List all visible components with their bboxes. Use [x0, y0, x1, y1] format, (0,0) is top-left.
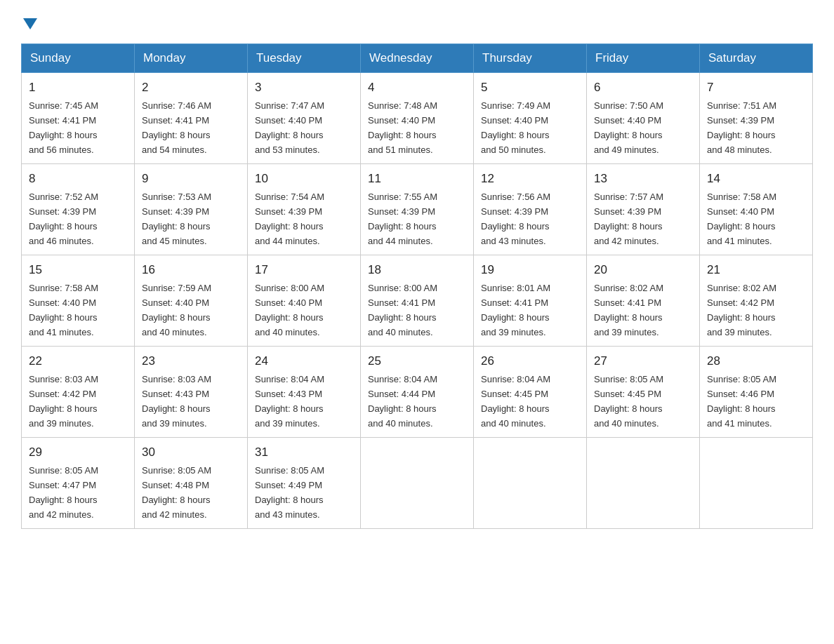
- weekday-header-row: SundayMondayTuesdayWednesdayThursdayFrid…: [22, 44, 813, 73]
- calendar-cell: 20 Sunrise: 8:02 AMSunset: 4:41 PMDaylig…: [587, 255, 700, 347]
- calendar-cell: 29 Sunrise: 8:05 AMSunset: 4:47 PMDaylig…: [22, 438, 135, 529]
- calendar-cell: 6 Sunrise: 7:50 AMSunset: 4:40 PMDayligh…: [587, 73, 700, 164]
- day-info: Sunrise: 7:58 AMSunset: 4:40 PMDaylight:…: [707, 192, 776, 246]
- calendar-cell: 18 Sunrise: 8:00 AMSunset: 4:41 PMDaylig…: [361, 255, 474, 347]
- day-number: 17: [255, 261, 353, 279]
- week-row-3: 15 Sunrise: 7:58 AMSunset: 4:40 PMDaylig…: [22, 255, 813, 347]
- day-info: Sunrise: 7:55 AMSunset: 4:39 PMDaylight:…: [368, 192, 437, 246]
- calendar-cell: 4 Sunrise: 7:48 AMSunset: 4:40 PMDayligh…: [361, 73, 474, 164]
- calendar-cell: 26 Sunrise: 8:04 AMSunset: 4:45 PMDaylig…: [474, 347, 587, 438]
- day-number: 18: [368, 261, 466, 279]
- week-row-5: 29 Sunrise: 8:05 AMSunset: 4:47 PMDaylig…: [22, 438, 813, 529]
- day-number: 27: [594, 352, 692, 370]
- day-number: 7: [707, 79, 805, 97]
- day-number: 21: [707, 261, 805, 279]
- weekday-header-wednesday: Wednesday: [361, 44, 474, 73]
- day-number: 26: [481, 352, 579, 370]
- day-number: 1: [29, 79, 127, 97]
- calendar-cell: 11 Sunrise: 7:55 AMSunset: 4:39 PMDaylig…: [361, 164, 474, 255]
- day-info: Sunrise: 8:03 AMSunset: 4:42 PMDaylight:…: [29, 374, 98, 429]
- day-number: 14: [707, 170, 805, 188]
- day-number: 15: [29, 261, 127, 279]
- logo: [21, 14, 37, 29]
- day-number: 29: [29, 443, 127, 462]
- calendar-body: 1 Sunrise: 7:45 AMSunset: 4:41 PMDayligh…: [22, 73, 813, 529]
- day-number: 3: [255, 79, 353, 97]
- day-number: 20: [594, 261, 692, 279]
- day-info: Sunrise: 7:52 AMSunset: 4:39 PMDaylight:…: [29, 192, 98, 246]
- day-number: 6: [594, 79, 692, 97]
- calendar-cell: 21 Sunrise: 8:02 AMSunset: 4:42 PMDaylig…: [700, 255, 813, 347]
- logo-arrow-icon: [23, 18, 37, 29]
- day-number: 25: [368, 352, 466, 370]
- day-info: Sunrise: 8:04 AMSunset: 4:45 PMDaylight:…: [481, 374, 550, 429]
- week-row-2: 8 Sunrise: 7:52 AMSunset: 4:39 PMDayligh…: [22, 164, 813, 255]
- calendar-cell: 25 Sunrise: 8:04 AMSunset: 4:44 PMDaylig…: [361, 347, 474, 438]
- day-number: 22: [29, 352, 127, 370]
- day-number: 5: [481, 79, 579, 97]
- calendar-cell: 23 Sunrise: 8:03 AMSunset: 4:43 PMDaylig…: [135, 347, 248, 438]
- day-number: 19: [481, 261, 579, 279]
- day-number: 24: [255, 352, 353, 370]
- day-info: Sunrise: 7:45 AMSunset: 4:41 PMDaylight:…: [29, 100, 98, 155]
- day-number: 4: [368, 79, 466, 97]
- calendar-cell: [474, 438, 587, 529]
- weekday-header-thursday: Thursday: [474, 44, 587, 73]
- day-info: Sunrise: 7:54 AMSunset: 4:39 PMDaylight:…: [255, 192, 324, 246]
- day-number: 10: [255, 170, 353, 188]
- day-number: 30: [142, 443, 240, 462]
- day-info: Sunrise: 7:47 AMSunset: 4:40 PMDaylight:…: [255, 100, 324, 155]
- calendar-cell: 13 Sunrise: 7:57 AMSunset: 4:39 PMDaylig…: [587, 164, 700, 255]
- day-info: Sunrise: 7:46 AMSunset: 4:41 PMDaylight:…: [142, 100, 211, 155]
- calendar-cell: 28 Sunrise: 8:05 AMSunset: 4:46 PMDaylig…: [700, 347, 813, 438]
- calendar-cell: 30 Sunrise: 8:05 AMSunset: 4:48 PMDaylig…: [135, 438, 248, 529]
- day-info: Sunrise: 8:00 AMSunset: 4:40 PMDaylight:…: [255, 283, 324, 337]
- week-row-1: 1 Sunrise: 7:45 AMSunset: 4:41 PMDayligh…: [22, 73, 813, 164]
- day-info: Sunrise: 8:05 AMSunset: 4:49 PMDaylight:…: [255, 465, 324, 520]
- calendar-cell: 5 Sunrise: 7:49 AMSunset: 4:40 PMDayligh…: [474, 73, 587, 164]
- day-info: Sunrise: 7:50 AMSunset: 4:40 PMDaylight:…: [594, 100, 663, 155]
- day-info: Sunrise: 7:58 AMSunset: 4:40 PMDaylight:…: [29, 283, 98, 337]
- day-number: 9: [142, 170, 240, 188]
- day-info: Sunrise: 8:03 AMSunset: 4:43 PMDaylight:…: [142, 374, 211, 429]
- weekday-header-tuesday: Tuesday: [248, 44, 361, 73]
- day-number: 13: [594, 170, 692, 188]
- weekday-header-saturday: Saturday: [700, 44, 813, 73]
- day-info: Sunrise: 8:05 AMSunset: 4:48 PMDaylight:…: [142, 465, 211, 520]
- day-info: Sunrise: 7:59 AMSunset: 4:40 PMDaylight:…: [142, 283, 211, 337]
- calendar-cell: 19 Sunrise: 8:01 AMSunset: 4:41 PMDaylig…: [474, 255, 587, 347]
- day-info: Sunrise: 8:02 AMSunset: 4:41 PMDaylight:…: [594, 283, 663, 337]
- calendar-cell: [700, 438, 813, 529]
- day-info: Sunrise: 8:01 AMSunset: 4:41 PMDaylight:…: [481, 283, 550, 337]
- weekday-header-friday: Friday: [587, 44, 700, 73]
- calendar-cell: 10 Sunrise: 7:54 AMSunset: 4:39 PMDaylig…: [248, 164, 361, 255]
- calendar-cell: [587, 438, 700, 529]
- calendar-cell: 2 Sunrise: 7:46 AMSunset: 4:41 PMDayligh…: [135, 73, 248, 164]
- day-info: Sunrise: 8:04 AMSunset: 4:44 PMDaylight:…: [368, 374, 437, 429]
- day-info: Sunrise: 8:05 AMSunset: 4:47 PMDaylight:…: [29, 465, 98, 520]
- calendar-cell: 1 Sunrise: 7:45 AMSunset: 4:41 PMDayligh…: [22, 73, 135, 164]
- day-info: Sunrise: 8:05 AMSunset: 4:46 PMDaylight:…: [707, 374, 776, 429]
- calendar-cell: [361, 438, 474, 529]
- calendar-cell: 7 Sunrise: 7:51 AMSunset: 4:39 PMDayligh…: [700, 73, 813, 164]
- calendar-cell: 31 Sunrise: 8:05 AMSunset: 4:49 PMDaylig…: [248, 438, 361, 529]
- calendar-cell: 12 Sunrise: 7:56 AMSunset: 4:39 PMDaylig…: [474, 164, 587, 255]
- day-number: 2: [142, 79, 240, 97]
- calendar-cell: 17 Sunrise: 8:00 AMSunset: 4:40 PMDaylig…: [248, 255, 361, 347]
- weekday-header-sunday: Sunday: [22, 44, 135, 73]
- day-number: 28: [707, 352, 805, 370]
- day-info: Sunrise: 8:05 AMSunset: 4:45 PMDaylight:…: [594, 374, 663, 429]
- day-number: 8: [29, 170, 127, 188]
- day-info: Sunrise: 7:56 AMSunset: 4:39 PMDaylight:…: [481, 192, 550, 246]
- day-number: 31: [255, 443, 353, 462]
- day-info: Sunrise: 8:04 AMSunset: 4:43 PMDaylight:…: [255, 374, 324, 429]
- day-number: 16: [142, 261, 240, 279]
- page-header: [21, 14, 813, 29]
- calendar-table: SundayMondayTuesdayWednesdayThursdayFrid…: [21, 43, 813, 529]
- calendar-cell: 24 Sunrise: 8:04 AMSunset: 4:43 PMDaylig…: [248, 347, 361, 438]
- calendar-cell: 15 Sunrise: 7:58 AMSunset: 4:40 PMDaylig…: [22, 255, 135, 347]
- calendar-cell: 16 Sunrise: 7:59 AMSunset: 4:40 PMDaylig…: [135, 255, 248, 347]
- calendar-cell: 14 Sunrise: 7:58 AMSunset: 4:40 PMDaylig…: [700, 164, 813, 255]
- day-number: 12: [481, 170, 579, 188]
- day-info: Sunrise: 7:51 AMSunset: 4:39 PMDaylight:…: [707, 100, 776, 155]
